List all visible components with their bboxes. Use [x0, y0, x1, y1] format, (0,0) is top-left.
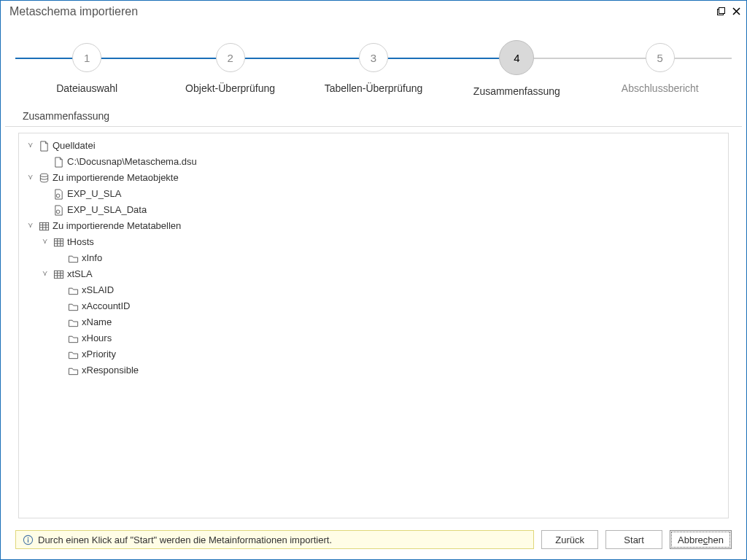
tree-node-table[interactable]: ⋎ tHosts [39, 234, 725, 250]
document-icon [38, 140, 50, 152]
folder-icon [67, 300, 79, 312]
step-summary[interactable]: 4 Zusammenfassung [445, 43, 588, 97]
object-icon [53, 188, 64, 200]
window-controls [717, 7, 740, 18]
tree-node-field[interactable]: ·xInfo [54, 250, 725, 266]
tree-node-field[interactable]: ·xPriority [54, 346, 725, 362]
footer-bar: Durch einen Klick auf "Start" werden die… [1, 524, 746, 559]
step-object-check[interactable]: 2 Objekt-Überprüfung [158, 43, 301, 94]
svg-rect-17 [54, 271, 63, 278]
tree-node-field[interactable]: ·xHours [54, 330, 725, 346]
start-button[interactable]: Start [605, 530, 662, 549]
tree-node-field[interactable]: ·xAccountID [54, 298, 725, 314]
folder-icon [67, 252, 79, 264]
step-file-select[interactable]: 1 Dateiauswahl [15, 43, 158, 94]
wizard-stepper: 1 Dateiauswahl 2 Objekt-Überprüfung 3 Ta… [1, 21, 746, 103]
svg-point-4 [40, 174, 47, 176]
folder-icon [67, 332, 79, 344]
folder-icon [67, 365, 79, 376]
chevron-down-icon[interactable]: ⋎ [25, 137, 35, 153]
svg-point-5 [56, 194, 60, 198]
step-report: 5 Abschlussbericht [589, 43, 732, 94]
summary-tree[interactable]: ⋎ Quelldatei · C:\Docusnap\Metaschema. [22, 138, 725, 378]
hint-text: Durch einen Klick auf "Start" werden die… [38, 534, 332, 545]
object-icon [53, 204, 64, 216]
cancel-button[interactable]: Abbrechen [670, 530, 732, 549]
database-icon [38, 172, 50, 184]
svg-rect-12 [54, 238, 63, 246]
table-icon [38, 220, 50, 232]
close-icon[interactable] [732, 7, 740, 18]
chevron-down-icon[interactable]: ⋎ [39, 233, 50, 249]
svg-point-23 [27, 537, 28, 538]
svg-rect-24 [27, 539, 28, 542]
tree-node-meta-tables[interactable]: ⋎ Zu importierende Metatabellen [25, 218, 725, 234]
section-header: Zusammenfassung [5, 103, 742, 127]
tree-node-meta-objects[interactable]: ⋎ Zu importierende Metaobjekte [25, 170, 725, 186]
tree-node-object[interactable]: · EXP_U_SLA [39, 186, 725, 202]
back-button[interactable]: Zurück [541, 530, 598, 549]
hint-bar: Durch einen Klick auf "Start" werden die… [15, 530, 534, 549]
tree-node-field[interactable]: ·xSLAID [54, 282, 725, 298]
tree-node-field[interactable]: ·xName [54, 314, 725, 330]
svg-rect-7 [39, 222, 48, 230]
info-icon [22, 534, 34, 545]
chevron-down-icon[interactable]: ⋎ [39, 265, 50, 281]
chevron-down-icon[interactable]: ⋎ [25, 217, 35, 233]
step-table-check[interactable]: 3 Tabellen-Überprüfung [302, 43, 445, 94]
summary-tree-panel: ⋎ Quelldatei · C:\Docusnap\Metaschema. [18, 133, 729, 518]
document-icon [53, 156, 64, 168]
tree-node-source-file[interactable]: ⋎ Quelldatei [25, 138, 725, 154]
folder-icon [67, 284, 79, 296]
folder-icon [67, 349, 79, 360]
svg-rect-1 [719, 7, 725, 13]
title-bar: Metaschema importieren [1, 1, 746, 21]
chevron-down-icon[interactable]: ⋎ [25, 169, 35, 185]
table-icon [53, 236, 64, 248]
svg-point-6 [56, 210, 60, 214]
tree-node-object[interactable]: · EXP_U_SLA_Data [39, 202, 725, 218]
tree-node-source-path[interactable]: · C:\Docusnap\Metaschema.dsu [39, 154, 725, 170]
folder-icon [67, 316, 79, 328]
table-icon [53, 268, 64, 280]
tree-node-field[interactable]: ·xResponsible [54, 362, 725, 378]
tree-node-table[interactable]: ⋎ xtSLA [39, 266, 725, 282]
window-title: Metaschema importieren [9, 5, 138, 18]
maximize-icon[interactable] [717, 7, 725, 18]
